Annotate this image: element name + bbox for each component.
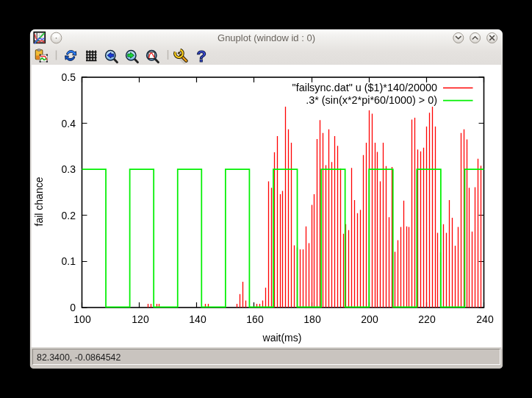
svg-text:200: 200 xyxy=(361,313,378,325)
svg-text:0.3: 0.3 xyxy=(62,163,76,175)
svg-text:fail chance: fail chance xyxy=(33,177,45,226)
svg-text:0.1: 0.1 xyxy=(62,255,76,267)
svg-text:220: 220 xyxy=(418,313,436,325)
svg-text:140: 140 xyxy=(189,313,206,325)
svg-text:0: 0 xyxy=(70,302,76,313)
svg-text:100: 100 xyxy=(73,313,91,325)
svg-text:0.2: 0.2 xyxy=(62,210,76,221)
svg-text:240: 240 xyxy=(476,313,494,325)
svg-text:180: 180 xyxy=(303,313,321,325)
svg-text:.3* (sin(x*2*pi*60/1000) > 0): .3* (sin(x*2*pi*60/1000) > 0) xyxy=(306,94,437,106)
svg-text:160: 160 xyxy=(246,313,264,325)
svg-text:"failsync.dat" u ($1)*140/2000: "failsync.dat" u ($1)*140/20000 xyxy=(292,82,437,93)
svg-text:120: 120 xyxy=(132,313,149,325)
svg-text:0.4: 0.4 xyxy=(62,118,76,129)
svg-text:0.5: 0.5 xyxy=(62,71,76,83)
svg-text:wait(ms): wait(ms) xyxy=(262,332,302,344)
